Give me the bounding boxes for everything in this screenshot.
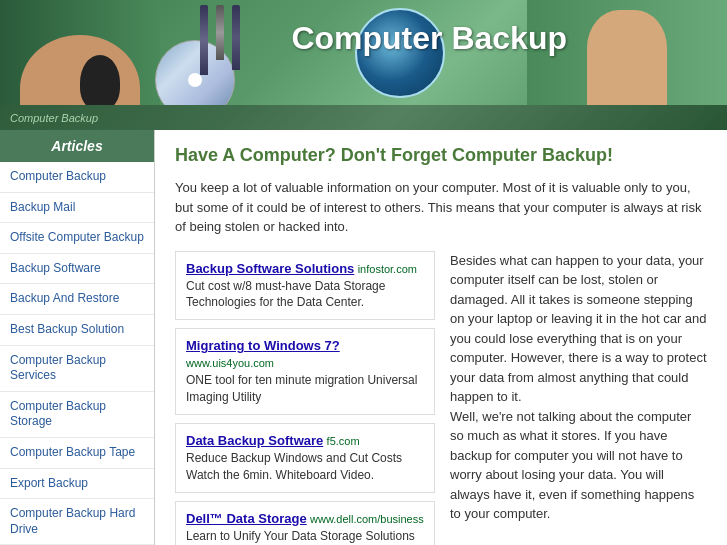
ad-title-1[interactable]: Backup Software Solutions bbox=[186, 261, 354, 276]
ad-title-3[interactable]: Data Backup Software bbox=[186, 433, 323, 448]
content-area: Have A Computer? Don't Forget Computer B… bbox=[155, 130, 727, 545]
header-overlay-text: Computer Backup bbox=[10, 112, 98, 124]
para2-text: Well, we're not talking about the comput… bbox=[450, 407, 707, 524]
ad-block-4: Dell™ Data Storage www.dell.com/business… bbox=[175, 501, 435, 545]
content-intro: You keep a lot of valuable information o… bbox=[175, 178, 707, 237]
ad-url-4: www.dell.com/business bbox=[310, 513, 424, 525]
sidebar-item-computer-backup-hard-drive[interactable]: Computer Backup Hard Drive bbox=[0, 499, 154, 545]
ad-title-2[interactable]: Migrating to Windows 7? bbox=[186, 338, 340, 353]
sidebar-item-best-backup-solution[interactable]: Best Backup Solution bbox=[0, 315, 154, 346]
header-overlay: Computer Backup bbox=[0, 105, 727, 130]
person-shape bbox=[587, 10, 667, 105]
sidebar-item-computer-backup[interactable]: Computer Backup bbox=[0, 162, 154, 193]
sidebar-item-computer-backup-tape[interactable]: Computer Backup Tape bbox=[0, 438, 154, 469]
usb-stick-1 bbox=[200, 5, 208, 75]
sidebar-item-backup-software[interactable]: Backup Software bbox=[0, 254, 154, 285]
ad-url-1: infostor.com bbox=[358, 263, 417, 275]
header-title: Computer Backup bbox=[291, 20, 567, 57]
sidebar-item-backup-mail[interactable]: Backup Mail bbox=[0, 193, 154, 224]
ad-block-1: Backup Software Solutions infostor.com C… bbox=[175, 251, 435, 321]
ad-block-2: Migrating to Windows 7? www.uis4you.com … bbox=[175, 328, 435, 415]
sidebar: Articles Computer Backup Backup Mail Off… bbox=[0, 130, 155, 545]
main-layout: Articles Computer Backup Backup Mail Off… bbox=[0, 130, 727, 545]
right-col-text: Besides what can happen to your data, yo… bbox=[450, 251, 707, 407]
sidebar-item-computer-backup-services[interactable]: Computer Backup Services bbox=[0, 346, 154, 392]
hand-image-area bbox=[0, 0, 160, 105]
sidebar-item-backup-and-restore[interactable]: Backup And Restore bbox=[0, 284, 154, 315]
usb-stick-3 bbox=[232, 5, 240, 70]
page-header: Computer Backup Computer Backup bbox=[0, 0, 727, 130]
usb-stick-2 bbox=[216, 5, 224, 60]
sidebar-item-export-backup[interactable]: Export Backup bbox=[0, 469, 154, 500]
ad-desc-3: Reduce Backup Windows and Cut Costs Watc… bbox=[186, 451, 402, 482]
ads-column: Backup Software Solutions infostor.com C… bbox=[175, 251, 435, 546]
right-column: Besides what can happen to your data, yo… bbox=[450, 251, 707, 546]
ad-url-2: www.uis4you.com bbox=[186, 357, 274, 369]
ad-desc-4: Learn to Unify Your Data Storage Solutio… bbox=[186, 529, 415, 545]
usb-sticks-area bbox=[200, 5, 240, 75]
ad-desc-1: Cut cost w/8 must-have Data Storage Tech… bbox=[186, 279, 385, 310]
content-title: Have A Computer? Don't Forget Computer B… bbox=[175, 145, 707, 166]
two-column-section: Backup Software Solutions infostor.com C… bbox=[175, 251, 707, 546]
mouse-shape bbox=[80, 55, 120, 105]
ad-desc-2: ONE tool for ten minute migration Univer… bbox=[186, 373, 417, 404]
ad-block-3: Data Backup Software f5.com Reduce Backu… bbox=[175, 423, 435, 493]
ad-title-4[interactable]: Dell™ Data Storage bbox=[186, 511, 307, 526]
sidebar-heading: Articles bbox=[0, 130, 154, 162]
ad-url-3: f5.com bbox=[327, 435, 360, 447]
sidebar-item-offsite-computer-backup[interactable]: Offsite Computer Backup bbox=[0, 223, 154, 254]
sidebar-item-computer-backup-storage[interactable]: Computer Backup Storage bbox=[0, 392, 154, 438]
hand-shape bbox=[20, 35, 140, 105]
